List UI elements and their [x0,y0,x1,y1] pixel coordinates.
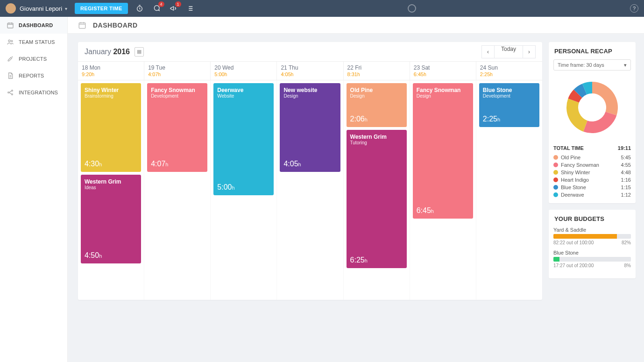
report-icon [7,72,14,79]
day-column: Fancy SnowmanDevelopment4:07h [144,80,211,300]
help-icon[interactable]: ? [630,4,638,13]
month-prefix: January [85,48,113,56]
legend-row[interactable]: Fancy Snowman4:55 [553,161,631,169]
next-week-button[interactable]: › [523,45,536,58]
legend-dot [553,163,558,167]
register-time-button[interactable]: REGISTER TIME [75,3,127,14]
timeframe-select[interactable]: Time frame: 30 days ▾ [553,59,631,71]
day-label: 22 Fri [347,64,406,71]
sidebar-item-projects[interactable]: PROJECTS [0,50,67,67]
timer-icon[interactable] [135,4,144,13]
chat-badge: 4 [158,1,164,7]
block-title: Deerwave [217,87,270,93]
legend-row[interactable]: Shiny Winter4:48 [553,169,631,176]
svg-point-4 [8,92,9,93]
legend-dot [553,185,558,190]
budgets-title: YOUR BUDGETS [549,210,636,227]
block-hours: 4:05h [283,160,336,168]
block-title: Western Grim [350,134,403,140]
chevron-down-icon[interactable]: ▾ [65,6,67,11]
recap-title: PERSONAL RECAP [549,42,636,59]
user-name[interactable]: Giovanni Lepori [20,5,62,12]
legend-name: Blue Stone [561,185,586,190]
legend-row[interactable]: Heart Indigo1:16 [553,176,631,184]
sidebar-item-label: REPORTS [19,73,44,78]
days-body: Shiny WinterBrainstorming4:30hWestern Gr… [78,80,542,300]
prev-week-button[interactable]: ‹ [481,45,495,58]
day-hours: 5:00h [214,71,273,77]
time-block[interactable]: New websiteDesign4:05h [280,83,340,172]
day-hours: 9:20h [82,71,140,77]
legend-row[interactable]: Old Pine5:45 [553,154,631,161]
block-subtitle: Website [217,93,270,99]
legend-row[interactable]: Blue Stone1:15 [553,184,631,191]
day-column: Fancy SnowmanDesign6:45h [410,80,476,300]
time-block[interactable]: Fancy SnowmanDesign6:45h [413,83,473,219]
sidebar: DASHBOARDTEAM STATUSPROJECTSREPORTSINTEG… [0,17,68,362]
sidebar-item-label: INTEGRATIONS [19,90,58,95]
sidebar-item-integrations[interactable]: INTEGRATIONS [0,84,67,101]
day-header: 21 Thu4:05h [277,62,343,80]
block-hours: 2:25h [483,115,536,123]
legend-name: Shiny Winter [561,170,590,175]
top-icon-group: 4 1 [135,4,194,13]
legend-time: 1:15 [621,185,631,190]
svg-point-5 [12,90,13,92]
avatar[interactable] [6,3,16,14]
day-column: Shiny WinterBrainstorming4:30hWestern Gr… [78,80,144,300]
budget-text: 17:27 out of 200:00 [553,263,594,268]
chat-icon[interactable]: 4 [152,4,161,13]
day-hours: 6:45h [414,71,472,77]
time-block[interactable]: Shiny WinterBrainstorming4:30h [81,83,141,172]
legend-dot [553,192,558,197]
time-block[interactable]: Western GrimIdeas4:50h [81,175,141,263]
day-label: 20 Wed [214,64,273,71]
top-center [194,4,630,13]
time-block[interactable]: Old PineDesign2:06h [347,83,407,127]
block-hours: 4:07h [151,160,204,168]
legend-name: Old Pine [561,155,580,160]
sidebar-item-reports[interactable]: REPORTS [0,67,67,84]
legend-name: Heart Indigo [561,177,589,183]
donut-chart [549,75,636,143]
budget-pct: 82% [622,240,631,245]
legend-time: 4:48 [621,170,631,175]
donut-slice [566,99,587,132]
sidebar-item-dashboard[interactable]: DASHBOARD [0,17,67,34]
block-title: Shiny Winter [85,87,137,93]
block-subtitle: Design [350,93,403,99]
list-icon[interactable] [186,4,194,13]
megaphone-icon[interactable]: 1 [169,4,177,13]
days-header: 18 Mon9:20h19 Tue4:07h20 Wed5:00h21 Thu4… [78,62,542,80]
time-block[interactable]: Fancy SnowmanDevelopment4:07h [147,83,207,172]
day-hours: 4:07h [148,71,206,77]
legend-time: 1:16 [621,177,631,183]
legend-time: 4:55 [621,162,631,168]
budget-pct: 8% [624,263,631,268]
day-label: 23 Sat [414,64,472,71]
day-label: 21 Thu [281,64,339,71]
today-button[interactable]: Today [495,45,523,58]
block-hours: 6:45h [417,206,469,215]
day-label: 24 Sun [480,64,538,71]
time-block[interactable]: Blue StoneDevelopment2:25h [479,83,539,127]
sidebar-item-team-status[interactable]: TEAM STATUS [0,34,67,50]
datepicker-icon[interactable]: ▦ [134,47,144,57]
budget-bar [553,234,631,239]
day-label: 18 Mon [82,64,140,71]
block-subtitle: Development [483,93,536,99]
block-hours: 2:06h [350,115,403,123]
legend-row[interactable]: Deerwave1:12 [553,191,631,199]
time-block[interactable]: Western GrimTutoring6:25h [347,130,407,268]
day-hours: 4:05h [281,71,339,77]
budget-item[interactable]: Yard & Saddle82:22 out of 100:0082% [553,227,631,245]
svg-rect-1 [7,23,13,28]
day-header: 18 Mon9:20h [78,62,144,80]
calendar-header: January 2016 ▦ ‹ Today › [78,42,542,62]
budget-item[interactable]: Blue Stone17:27 out of 200:008% [553,250,631,268]
budgets-card: YOUR BUDGETS Yard & Saddle82:22 out of 1… [549,210,636,278]
timeframe-label: Time frame: 30 days [558,62,604,68]
page-title: DASHBOARD [93,21,138,29]
block-hours: 4:50h [85,251,137,260]
time-block[interactable]: DeerwaveWebsite5:00h [213,83,274,195]
